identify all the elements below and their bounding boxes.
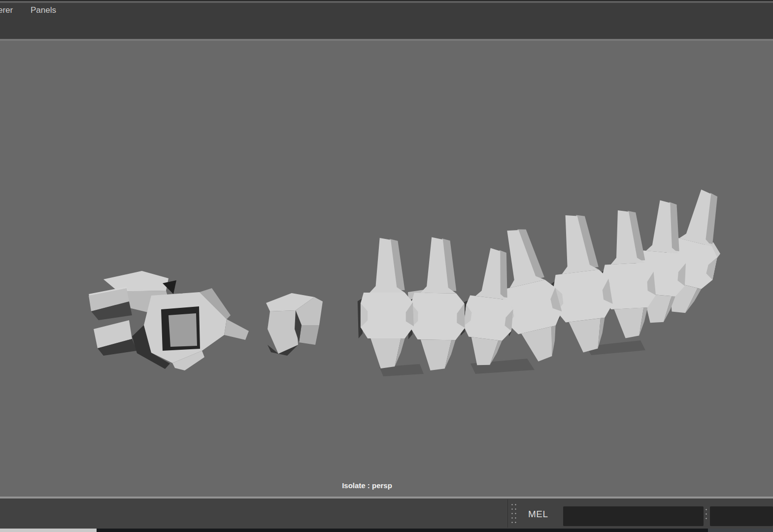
result-field-grip[interactable] [705, 507, 708, 520]
bottom-edge-strip [0, 529, 773, 532]
menu-panels[interactable]: Panels [31, 5, 56, 15]
command-bar-grip[interactable] [510, 502, 517, 525]
maya-viewport-window: erer Panels [0, 0, 773, 532]
command-input[interactable] [563, 506, 704, 526]
isolate-mode-label: Isolate : persp [293, 481, 441, 490]
bottom-strip-light-segment [0, 529, 97, 532]
command-result[interactable] [710, 506, 773, 526]
skull-model[interactable] [89, 271, 249, 370]
bone-models-render [0, 41, 773, 497]
command-language-toggle[interactable]: MEL [528, 505, 548, 523]
command-line-bar: MEL [0, 499, 773, 529]
vertebra-chain-model[interactable] [358, 184, 733, 371]
viewport-toolbar: 0.00 1.00 ON sRGB gamma [0, 19, 773, 39]
perspective-viewport[interactable]: Isolate : persp [0, 41, 773, 497]
command-bar-divider [507, 499, 508, 528]
vertebra-block-model[interactable] [266, 293, 323, 356]
panel-menu-bar: erer Panels [0, 3, 773, 19]
menu-renderer[interactable]: erer [0, 5, 13, 15]
bottom-strip-gray-segment [708, 529, 773, 532]
